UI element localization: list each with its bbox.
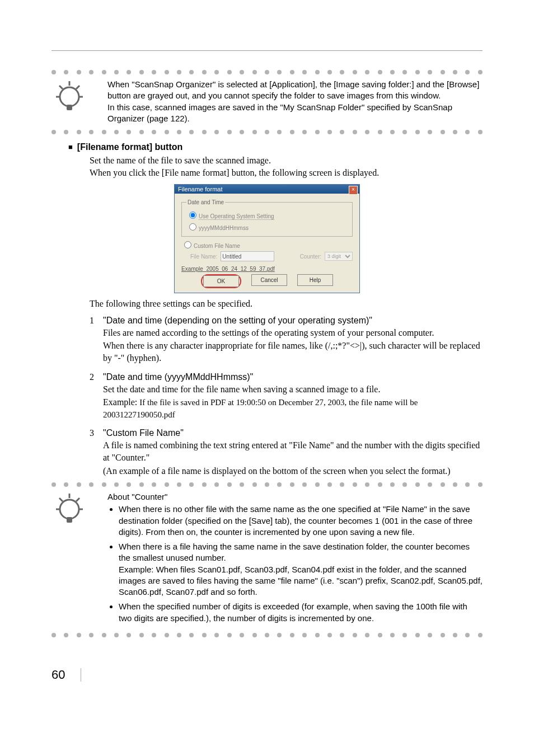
item3-p2: (An example of a file name is displayed …: [103, 465, 483, 477]
filename-format-dialog: Filename format × Date and Time Use Oper…: [174, 184, 360, 293]
close-icon[interactable]: ×: [349, 186, 358, 195]
counter-select[interactable]: 3 digit: [325, 252, 353, 261]
svg-rect-8: [67, 517, 72, 523]
section-heading: [Filename format] button: [68, 142, 483, 152]
about-heading: About "Counter": [107, 491, 483, 503]
about-b2b: Example: When files Scan01.pdf, Scan03.p…: [119, 564, 483, 598]
dot-row: [51, 130, 483, 134]
file-label: File Name:: [190, 253, 217, 260]
svg-point-7: [60, 500, 79, 519]
dot-row: [51, 70, 483, 74]
svg-rect-1: [67, 105, 72, 110]
page-divider: [81, 668, 81, 682]
item2-p2-rest: If the file is saved in PDF at 19:00:50 …: [103, 398, 418, 419]
example-label: Example: [181, 266, 203, 272]
opt2: yyyyMMddHHmmss: [199, 225, 249, 231]
after-dialog: The following three settings can be spec…: [90, 298, 483, 310]
opt1: Use Operating System Setting: [199, 213, 274, 220]
svg-line-4: [76, 86, 79, 89]
page-number: 60: [51, 668, 65, 682]
dot-row: [51, 633, 483, 637]
file-name-input[interactable]: [221, 251, 274, 261]
dialog-title: Filename format: [178, 186, 222, 192]
ok-button[interactable]: OK: [203, 275, 239, 287]
group2-opt: Custom File Name: [194, 243, 240, 249]
item2-title: "Date and time (yyyyMMddHHmmss)": [103, 372, 253, 382]
about-b3: When the specified number of digits is e…: [119, 601, 483, 624]
svg-line-11: [76, 498, 79, 501]
svg-line-10: [59, 498, 63, 501]
counter-label: Counter:: [300, 253, 321, 260]
svg-line-3: [59, 86, 63, 89]
item3-p1: A file is named combining the text strin…: [103, 439, 483, 463]
radio-yyyy[interactable]: [189, 223, 196, 231]
help-button[interactable]: Help: [297, 274, 333, 286]
radio-custom[interactable]: [184, 241, 191, 248]
intro1: Set the name of the file to save the sca…: [90, 154, 483, 167]
item2-p1: Set the date and time for the file name …: [103, 383, 483, 396]
dialog-group1: Date and Time: [186, 199, 225, 205]
item1-p1: Files are named according to the setting…: [103, 327, 483, 339]
about-b1: When there is no other file with the sam…: [119, 504, 483, 538]
radio-os-setting[interactable]: [189, 212, 196, 219]
intro2: When you click the [File name format] bu…: [90, 167, 483, 179]
example-value: 2005_06_24_12_59_37.pdf: [206, 266, 274, 272]
item2-p2-lead: Example:: [103, 397, 139, 407]
top-rule: [51, 50, 483, 51]
hint-icon: [51, 490, 87, 526]
tip1-p2: In this case, scanned images are saved i…: [107, 102, 483, 125]
dot-row: [51, 482, 483, 487]
tip1-p1: When "ScanSnap Organizer" is selected at…: [107, 79, 483, 102]
item3-title: "Custom File Name": [103, 428, 184, 438]
about-b2a: When there is a file having the same nam…: [119, 541, 483, 564]
cancel-button[interactable]: Cancel: [251, 274, 287, 286]
item1-title: "Date and time (depending on the setting…: [103, 316, 372, 325]
item1-p2: When there is any character inappropriat…: [103, 340, 483, 364]
svg-point-0: [60, 87, 79, 106]
hint-icon: [51, 78, 87, 114]
